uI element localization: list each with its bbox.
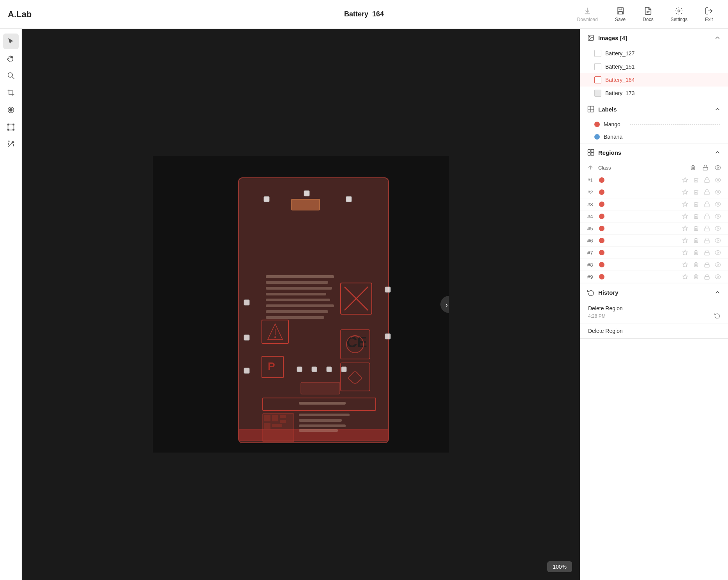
svg-rect-48	[272, 424, 282, 427]
svg-rect-56	[327, 367, 332, 372]
select-tool[interactable]	[3, 34, 19, 49]
region-row-1[interactable]: #2	[580, 186, 728, 198]
region-dot-2	[599, 202, 604, 207]
delete-icon-0[interactable]	[693, 177, 699, 183]
svg-rect-69	[299, 424, 346, 427]
pin-icon-2[interactable]	[682, 201, 688, 207]
lock-icon-0[interactable]	[704, 177, 710, 183]
lock-icon-4[interactable]	[704, 225, 710, 232]
canvas-area[interactable]: CE P	[22, 29, 580, 580]
region-dot-4	[599, 226, 604, 231]
pin-icon-1[interactable]	[682, 189, 688, 195]
svg-rect-80	[588, 150, 591, 152]
visibility-icon-3[interactable]	[715, 213, 721, 219]
magic-tool[interactable]	[3, 136, 19, 152]
visibility-all-icon[interactable]	[715, 164, 721, 171]
download-button[interactable]: Download	[570, 4, 605, 25]
history-icon	[587, 289, 594, 296]
pin-icon-3[interactable]	[682, 213, 688, 219]
visibility-icon-6[interactable]	[715, 249, 721, 256]
hand-icon	[7, 55, 15, 62]
delete-icon-1[interactable]	[693, 189, 699, 195]
svg-point-102	[717, 264, 719, 265]
svg-point-96	[717, 228, 719, 229]
delete-icon-7[interactable]	[693, 262, 699, 268]
image-item-3[interactable]: Battery_173	[580, 87, 728, 100]
delete-icon-6[interactable]	[693, 249, 699, 256]
right-panel: Images [4] Battery_127 Battery_151 Batte	[580, 29, 728, 580]
region-row-4[interactable]: #5	[580, 223, 728, 235]
svg-rect-79	[591, 109, 594, 112]
point-tool[interactable]	[3, 102, 19, 118]
header-actions: Download Save Docs	[570, 4, 720, 25]
region-row-8[interactable]: #9	[580, 271, 728, 283]
exit-button[interactable]: Exit	[698, 4, 720, 25]
zoom-tool[interactable]	[3, 68, 19, 83]
region-dot-1	[599, 189, 604, 195]
save-button[interactable]: Save	[608, 4, 633, 25]
pin-icon-6[interactable]	[682, 249, 688, 256]
svg-rect-67	[299, 414, 350, 416]
lock-icon-7[interactable]	[704, 262, 710, 268]
svg-rect-89	[705, 192, 709, 195]
image-thumb-3	[594, 90, 601, 97]
regions-section-header[interactable]: Regions	[580, 143, 728, 161]
visibility-icon-0[interactable]	[715, 177, 721, 183]
pan-tool[interactable]	[3, 51, 19, 66]
delete-icon-5[interactable]	[693, 237, 699, 244]
image-item-1[interactable]: Battery_151	[580, 60, 728, 73]
region-row-2[interactable]: #3	[580, 198, 728, 210]
image-item-2[interactable]: Battery_164	[580, 73, 728, 87]
delete-icon-4[interactable]	[693, 225, 699, 232]
svg-rect-27	[292, 199, 320, 210]
pin-icon-4[interactable]	[682, 225, 688, 232]
visibility-icon-5[interactable]	[715, 237, 721, 244]
region-row-5[interactable]: #6	[580, 235, 728, 247]
region-row-7[interactable]: #8	[580, 259, 728, 271]
visibility-icon-8[interactable]	[715, 274, 721, 280]
lock-all-icon[interactable]	[702, 164, 709, 171]
pin-icon-7[interactable]	[682, 262, 688, 268]
sort-icon	[587, 164, 594, 171]
svg-rect-14	[13, 129, 14, 130]
visibility-icon-1[interactable]	[715, 189, 721, 195]
labels-icon	[587, 106, 594, 113]
delete-icon-2[interactable]	[693, 201, 699, 207]
lock-icon-2[interactable]	[704, 201, 710, 207]
docs-button[interactable]: Docs	[636, 4, 660, 25]
svg-rect-82	[588, 153, 591, 156]
history-section-header[interactable]: History	[580, 283, 728, 301]
sort-control[interactable]	[587, 164, 594, 171]
pin-icon-0[interactable]	[682, 177, 688, 183]
region-row-3[interactable]: #4	[580, 210, 728, 223]
delete-icon-3[interactable]	[693, 213, 699, 219]
svg-rect-60	[266, 287, 332, 290]
image-item-0[interactable]: Battery_127	[580, 47, 728, 60]
visibility-icon-2[interactable]	[715, 201, 721, 207]
svg-rect-93	[705, 216, 709, 219]
images-chevron-icon	[714, 34, 721, 41]
lock-icon-3[interactable]	[704, 213, 710, 219]
delete-all-icon[interactable]	[690, 164, 696, 171]
visibility-icon-4[interactable]	[715, 225, 721, 232]
svg-rect-71	[301, 382, 340, 394]
images-section-header[interactable]: Images [4]	[580, 29, 728, 47]
lock-icon-1[interactable]	[704, 189, 710, 195]
undo-button-0[interactable]	[714, 312, 720, 320]
pin-icon-5[interactable]	[682, 237, 688, 244]
region-row-0[interactable]: #1	[580, 174, 728, 186]
region-row-6[interactable]: #7	[580, 247, 728, 259]
visibility-icon-7[interactable]	[715, 262, 721, 268]
labels-section-header[interactable]: Labels	[580, 100, 728, 118]
svg-rect-24	[264, 196, 269, 202]
crop-tool[interactable]	[3, 85, 19, 101]
pin-icon-8[interactable]	[682, 274, 688, 280]
app-logo: A.Lab	[8, 9, 55, 19]
lock-icon-8[interactable]	[704, 274, 710, 280]
settings-button[interactable]: Settings	[664, 4, 694, 25]
crop-icon	[7, 89, 15, 97]
lock-icon-6[interactable]	[704, 249, 710, 256]
delete-icon-8[interactable]	[693, 274, 699, 280]
polygon-tool[interactable]	[3, 119, 19, 135]
lock-icon-5[interactable]	[704, 237, 710, 244]
